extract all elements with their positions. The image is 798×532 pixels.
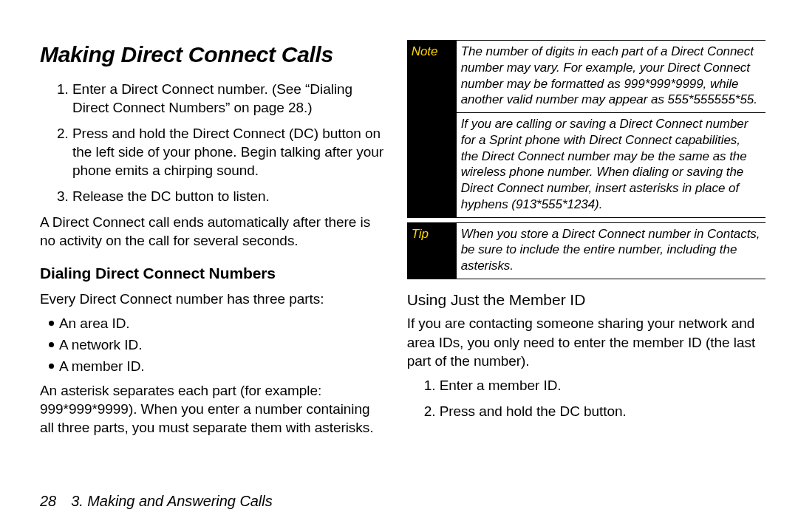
- note-text: The number of digits in each part of a D…: [457, 41, 765, 113]
- dialing-after: An asterisk separates each part (for exa…: [40, 381, 385, 437]
- dialing-heading: Dialing Direct Connect Numbers: [40, 263, 385, 284]
- chapter-title: 3. Making and Answering Calls: [71, 493, 272, 510]
- dc-parts-list: An area ID. A network ID. A member ID.: [40, 314, 385, 375]
- list-item: Press and hold the Direct Connect (DC) b…: [72, 124, 385, 180]
- dialing-intro: Every Direct Connect number has three pa…: [40, 290, 385, 308]
- list-item: An area ID.: [49, 314, 385, 332]
- member-id-intro: If you are contacting someone sharing yo…: [407, 314, 765, 369]
- note-label-continuation: [407, 113, 457, 218]
- page-number: 28: [40, 493, 56, 510]
- make-call-steps: Enter a Direct Connect number. (See “Dia…: [40, 80, 385, 205]
- note-text: If you are calling or saving a Direct Co…: [457, 113, 765, 218]
- tip-callout: Tip When you store a Direct Connect numb…: [407, 222, 765, 279]
- two-column-layout: Making Direct Connect Calls Enter a Dire…: [40, 40, 765, 481]
- list-item: Release the DC button to listen.: [72, 187, 385, 205]
- note-label: Note: [407, 41, 457, 113]
- after-steps-paragraph: A Direct Connect call ends automatically…: [40, 213, 385, 250]
- list-item: Enter a Direct Connect number. (See “Dia…: [72, 80, 385, 117]
- member-id-heading: Using Just the Member ID: [407, 290, 765, 310]
- list-item: A network ID.: [49, 335, 385, 354]
- left-column: Making Direct Connect Calls Enter a Dire…: [40, 40, 385, 481]
- list-item: Enter a member ID.: [440, 376, 765, 395]
- note-callout: Note The number of digits in each part o…: [407, 40, 765, 218]
- list-item: A member ID.: [49, 357, 385, 375]
- member-id-steps: Enter a member ID. Press and hold the DC…: [407, 376, 765, 420]
- right-column: Note The number of digits in each part o…: [407, 40, 765, 481]
- manual-page: Making Direct Connect Calls Enter a Dire…: [0, 0, 798, 532]
- page-footer: 28 3. Making and Answering Calls: [40, 493, 765, 510]
- tip-label: Tip: [407, 222, 457, 279]
- page-title: Making Direct Connect Calls: [40, 40, 385, 69]
- list-item: Press and hold the DC button.: [440, 402, 765, 420]
- tip-text: When you store a Direct Connect number i…: [457, 222, 765, 279]
